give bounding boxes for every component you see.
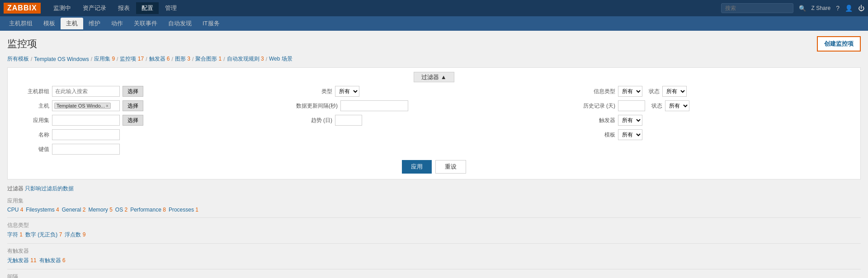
nav-item-config[interactable]: 配置 bbox=[136, 2, 159, 14]
filter-name-label: 名称 bbox=[13, 131, 49, 139]
nav-item-admin[interactable]: 管理 bbox=[160, 2, 182, 14]
filter-template-select[interactable]: 所有 bbox=[618, 129, 642, 140]
app-set-title: 应用集 bbox=[7, 197, 861, 205]
breadcrumb-triggers[interactable]: 触发器 6 bbox=[149, 55, 170, 63]
trigger-item-none[interactable]: 无触发器 11 bbox=[7, 257, 37, 264]
app-item-memory[interactable]: Memory 5 bbox=[88, 207, 112, 213]
top-bar: ZABBIX 监测中 资产记录 报表 配置 管理 🔍 Z Share ? 👤 ⏻ bbox=[0, 0, 868, 16]
info-type-char[interactable]: 字符 1 bbox=[7, 231, 23, 239]
filter-toggle[interactable]: 过滤器 ▲ bbox=[414, 72, 454, 82]
filter-info-link[interactable]: 只影响过滤后的数据 bbox=[25, 185, 74, 192]
info-type-float[interactable]: 浮点数 9 bbox=[65, 231, 85, 239]
create-monitor-button[interactable]: 创建监控项 bbox=[817, 36, 861, 52]
filter-history-input[interactable] bbox=[618, 100, 645, 111]
filter-update-interval-label: 数据更新间隔(秒) bbox=[296, 102, 338, 110]
app-item-processes[interactable]: Processes 1 bbox=[169, 207, 198, 213]
filter-trend-input[interactable] bbox=[335, 115, 362, 126]
app-item-general[interactable]: General 2 bbox=[62, 207, 86, 213]
breadcrumb-sep-8: / bbox=[266, 56, 267, 62]
breadcrumb-aggregated[interactable]: 聚合图形 1 bbox=[195, 55, 222, 63]
page-title: 监控项 bbox=[7, 37, 37, 51]
breadcrumb-sep-7: / bbox=[223, 56, 225, 62]
nav-item-monitor[interactable]: 监测中 bbox=[48, 2, 76, 14]
interval-title: 间隔 bbox=[7, 273, 861, 278]
trigger-section: 有触发器 无触发器 11 有触发器 6 bbox=[7, 247, 861, 264]
filter-app-set-select-btn[interactable]: 选择 bbox=[123, 115, 143, 126]
filter-name-row: 名称 bbox=[13, 129, 289, 140]
breadcrumb-monitor-items[interactable]: 监控项 17 bbox=[120, 55, 144, 63]
info-type-section: 信息类型 字符 1 数字 (无正负) 7 浮点数 9 bbox=[7, 221, 861, 239]
divider-3 bbox=[7, 269, 861, 269]
help-icon[interactable]: ? bbox=[836, 5, 840, 12]
app-item-os[interactable]: OS 2 bbox=[115, 207, 127, 213]
zshare-button[interactable]: Z Share bbox=[811, 5, 831, 11]
filter-state1-row: 状态 所有 bbox=[646, 86, 687, 97]
filter-host-tag-close[interactable]: × bbox=[106, 104, 108, 108]
filter-type-label: 类型 bbox=[296, 88, 332, 95]
filter-apply-button[interactable]: 应用 bbox=[402, 160, 432, 174]
subnav-hosts[interactable]: 主机 bbox=[61, 18, 83, 29]
sub-nav: 主机群组 模板 主机 维护 动作 关联事件 自动发现 IT服务 bbox=[0, 16, 868, 31]
filter-reset-button[interactable]: 重设 bbox=[435, 160, 466, 174]
filter-trigger-row: 触发器 所有 bbox=[579, 115, 855, 126]
subnav-actions[interactable]: 动作 bbox=[106, 18, 128, 29]
app-set-section: 应用集 CPU 4 Filesystems 4 General 2 Memory… bbox=[7, 197, 861, 213]
logo: ZABBIX bbox=[4, 3, 41, 14]
breadcrumb-sep-1: / bbox=[31, 56, 32, 62]
filter-state2-label: 状态 bbox=[649, 102, 662, 110]
filter-key-label: 键值 bbox=[13, 146, 49, 153]
filter-trigger-label: 触发器 bbox=[579, 117, 615, 124]
breadcrumb: 所有模板 / Template OS Windows / 应用集 9 / 监控项… bbox=[7, 55, 861, 63]
logout-icon[interactable]: ⏻ bbox=[858, 5, 864, 12]
breadcrumb-sep-3: / bbox=[117, 56, 118, 62]
filter-header[interactable]: 过滤器 ▲ bbox=[13, 73, 855, 81]
filter-info-type-row: 信息类型 所有 bbox=[579, 86, 642, 97]
breadcrumb-sep-6: / bbox=[192, 56, 193, 62]
filter-trend-row: 趋势 (日) bbox=[296, 115, 572, 126]
subnav-it-services[interactable]: IT服务 bbox=[197, 18, 225, 29]
filter-history-label: 历史记录 (天) bbox=[579, 102, 615, 110]
filter-state1-select[interactable]: 所有 bbox=[662, 86, 687, 97]
breadcrumb-graphs[interactable]: 图形 3 bbox=[175, 55, 190, 63]
filter-key-input[interactable] bbox=[52, 144, 120, 155]
filter-app-set-label: 应用集 bbox=[13, 117, 49, 124]
interval-section: 间隔 30 1 60 13 3600 3 bbox=[7, 273, 861, 278]
filter-actions: 应用 重设 bbox=[13, 160, 855, 174]
breadcrumb-all-templates[interactable]: 所有模板 bbox=[7, 55, 29, 63]
filter-host-group-input[interactable] bbox=[52, 86, 120, 97]
subnav-discovery[interactable]: 自动发现 bbox=[163, 18, 197, 29]
filter-host-select-btn[interactable]: 选择 bbox=[123, 100, 143, 111]
trigger-items: 无触发器 11 有触发器 6 bbox=[7, 257, 861, 264]
info-type-numeric[interactable]: 数字 (无正负) 7 bbox=[25, 231, 62, 239]
filter-app-set-input[interactable] bbox=[52, 115, 120, 126]
filter-trigger-select[interactable]: 所有 bbox=[618, 115, 642, 126]
breadcrumb-app-set[interactable]: 应用集 9 bbox=[94, 55, 115, 63]
user-icon[interactable]: 👤 bbox=[845, 5, 853, 12]
breadcrumb-template-os-windows[interactable]: Template OS Windows bbox=[34, 56, 89, 62]
filter-info-type-select[interactable]: 所有 bbox=[618, 86, 642, 97]
app-item-cpu[interactable]: CPU 4 bbox=[7, 207, 23, 213]
filter-state2-select[interactable]: 所有 bbox=[665, 100, 689, 111]
app-item-filesystems[interactable]: Filesystems 4 bbox=[26, 207, 59, 213]
breadcrumb-discovery-rules[interactable]: 自动发现规则 3 bbox=[227, 55, 264, 63]
filter-host-tag-input[interactable]: Template OS Windo... × bbox=[52, 100, 120, 111]
nav-item-assets[interactable]: 资产记录 bbox=[77, 2, 112, 14]
filter-type-select[interactable]: 所有 bbox=[335, 86, 359, 97]
divider-2 bbox=[7, 243, 861, 244]
breadcrumb-web-scenario[interactable]: Web 场景 bbox=[269, 55, 292, 63]
subnav-events[interactable]: 关联事件 bbox=[128, 18, 163, 29]
nav-item-reports[interactable]: 报表 bbox=[113, 2, 135, 14]
subnav-maintenance[interactable]: 维护 bbox=[83, 18, 106, 29]
filter-update-interval-input[interactable] bbox=[340, 100, 408, 111]
trigger-item-has[interactable]: 有触发器 6 bbox=[39, 257, 66, 264]
filter-name-input[interactable] bbox=[52, 129, 120, 140]
filter-host-group-select-btn[interactable]: 选择 bbox=[123, 86, 143, 97]
subnav-templates[interactable]: 模板 bbox=[38, 18, 61, 29]
search-input[interactable] bbox=[721, 3, 793, 13]
filter-host-tag: Template OS Windo... × bbox=[54, 103, 111, 109]
app-item-performance[interactable]: Performance 8 bbox=[130, 207, 166, 213]
subnav-host-groups[interactable]: 主机群组 bbox=[4, 18, 38, 29]
breadcrumb-sep-5: / bbox=[172, 56, 173, 62]
filter-info-type-label: 信息类型 bbox=[579, 88, 615, 95]
search-icon[interactable]: 🔍 bbox=[799, 5, 806, 12]
